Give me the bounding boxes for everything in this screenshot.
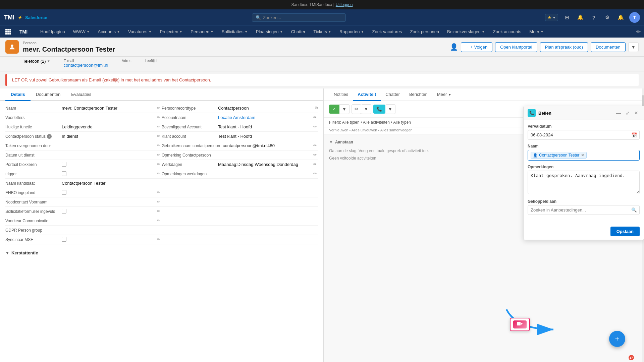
accountnaam-edit-icon[interactable]: ✏ <box>312 115 318 120</box>
persoonrecordtype-copy-icon[interactable]: ⧉ <box>315 106 318 110</box>
avatar[interactable]: T <box>629 12 640 23</box>
naam-field: Naam mevr. Contactpersoon Tester ✏ <box>5 106 162 111</box>
save-button[interactable]: Opslaan <box>610 227 640 236</box>
tab-details[interactable]: Details <box>5 88 31 101</box>
tab-meer[interactable]: Meer ▼ <box>432 88 456 101</box>
portaal-checkbox[interactable] <box>62 162 66 167</box>
vervaldatum-input[interactable] <box>528 130 640 140</box>
voorkeur-comm-edit-icon[interactable]: ✏ <box>156 218 162 223</box>
nav-meer[interactable]: Meer ▼ <box>526 27 547 36</box>
email-dropdown-button[interactable]: ▼ <box>361 104 371 114</box>
nav-zoek-vacatures[interactable]: Zoek vacatures <box>369 27 406 36</box>
tab-documenten[interactable]: Documenten <box>31 88 66 101</box>
trigger-checkbox[interactable] <box>62 171 66 176</box>
opmerkingen-werkdagen-edit-icon[interactable]: ✏ <box>312 171 318 176</box>
taken-edit-icon[interactable]: ✏ <box>156 143 162 148</box>
brand-salesforce: Salesforce <box>25 15 47 20</box>
ehbo-checkbox[interactable] <box>62 190 66 195</box>
modal-close-button[interactable]: ✕ <box>633 110 640 116</box>
header-person-icon[interactable]: 👤 <box>450 43 458 51</box>
task-dropdown-button[interactable]: ▼ <box>339 104 350 114</box>
portal-button[interactable]: Open klantportal <box>495 42 537 52</box>
modal-expand-button[interactable]: ⤢ <box>624 110 631 116</box>
datum-edit-icon[interactable]: ✏ <box>156 153 162 157</box>
call-img-button[interactable] <box>510 318 530 331</box>
tab-berichten[interactable]: Berichten <box>405 88 432 101</box>
naam-tag-input[interactable]: 👤 Contactpersoon Tester ✕ <box>528 150 640 161</box>
opmerking-edit-icon[interactable]: ✏ <box>312 153 318 157</box>
app-launcher-icon[interactable] <box>3 27 13 37</box>
plan-button[interactable]: Plan afspraak (oud) <box>540 42 588 52</box>
nav-www[interactable]: WWW ▼ <box>70 27 93 36</box>
nav-plaatsingen[interactable]: Plaatsingen ▼ <box>253 27 286 36</box>
favorites-icon[interactable]: ★ <box>547 15 552 20</box>
settings-icon[interactable]: ⚙ <box>602 13 612 22</box>
header-dropdown-button[interactable]: ▼ <box>628 42 639 52</box>
nav-tickets[interactable]: Tickets ▼ <box>310 27 335 36</box>
nav-zoek-personen[interactable]: Zoek personen <box>407 27 442 36</box>
phone-dropdown-button[interactable]: ▼ <box>385 104 395 114</box>
nav-hoofdpagina[interactable]: Hoofdpagina <box>37 27 68 36</box>
tab-activiteit[interactable]: Activiteit <box>353 88 381 101</box>
nav-vacatures[interactable]: Vacatures ▼ <box>125 27 155 36</box>
gekoppeld-aan-label: Gekoppeld aan <box>528 199 640 204</box>
naam-edit-icon[interactable]: ✏ <box>156 106 162 110</box>
bell-icon[interactable]: 🔔 <box>616 13 625 22</box>
app-bar: TMI Hoofdpagina WWW ▼ Accounts ▼ Vacatur… <box>0 25 644 38</box>
filters-text: Filters: Alle tijden • Alle activiteiten… <box>329 120 411 125</box>
docs-button[interactable]: Documenten <box>591 42 626 52</box>
calendar-icon[interactable]: 📅 <box>631 132 637 138</box>
phone-dropdown[interactable]: Telefoon (2) ▼ <box>23 59 50 64</box>
modal-minimize-button[interactable]: — <box>615 110 622 116</box>
portaal-edit-icon[interactable]: ✏ <box>156 162 162 167</box>
nav-edit-icon[interactable]: ✏ <box>636 28 641 35</box>
nav-rapporten[interactable]: Rapporten ▼ <box>336 27 368 36</box>
opmerkingen-textarea[interactable]: Klant gesproken. Aanvraag ingediend. <box>528 171 640 194</box>
nav-sollicitaties[interactable]: Sollicitaties ▼ <box>218 27 251 36</box>
status-edit-icon[interactable]: ✏ <box>156 134 162 138</box>
search-input[interactable] <box>263 15 342 20</box>
nav-accounts[interactable]: Accounts ▼ <box>95 27 123 36</box>
bovenliggend-account-edit-icon[interactable]: ✏ <box>312 124 318 129</box>
huidige-functie-edit-icon[interactable]: ✏ <box>156 124 162 129</box>
help-icon[interactable]: ? <box>589 13 598 22</box>
nav-bezoekverslagen[interactable]: Bezoekverslagen ▼ <box>444 27 488 36</box>
sync-checkbox[interactable] <box>62 237 66 242</box>
phone-button[interactable]: 📞 <box>373 105 385 114</box>
accountnaam-link[interactable]: Locatie Amsterdam <box>218 115 255 120</box>
gekoppeld-search-input[interactable] <box>528 205 640 215</box>
nav-personen[interactable]: Personen ▼ <box>187 27 217 36</box>
tab-chatter[interactable]: Chatter <box>381 88 405 101</box>
trigger-edit-icon[interactable]: ✏ <box>156 171 162 176</box>
contactpersoon-status-field: Contactpersoon status i In dienst ✏ <box>5 134 162 139</box>
gekoppeld-aan-field: Gekoppeld aan 🔍 <box>528 199 640 215</box>
nav-projecten[interactable]: Projecten ▼ <box>156 27 186 36</box>
add-icon[interactable]: ⊞ <box>562 13 572 22</box>
ehbo-edit-icon[interactable]: ✏ <box>156 190 162 195</box>
nav-chatter[interactable]: Chatter <box>288 27 309 36</box>
sync-edit-icon[interactable]: ✏ <box>156 237 162 242</box>
nav-zoek-accounts[interactable]: Zoek accounts <box>490 27 525 36</box>
navbar-icons: ★ ▼ ⊞ 🔔 ? ⚙ 🔔 T <box>545 12 640 23</box>
notifications-icon[interactable]: 🔔 <box>576 13 585 22</box>
kerstattentie-section-header[interactable]: ▼ Kerstattentie <box>0 247 323 257</box>
email-link[interactable]: contactpersoon@tmi.nl <box>64 63 108 68</box>
global-search[interactable]: 🔍 <box>252 13 346 22</box>
tag-remove-icon[interactable]: ✕ <box>581 153 584 158</box>
breadcrumb: Persoon <box>23 41 115 45</box>
email-button[interactable]: ✉ <box>352 104 361 114</box>
tab-notities[interactable]: Notities <box>329 88 353 101</box>
gekoppeld-search-button[interactable]: 🔍 <box>629 205 640 215</box>
logout-link[interactable]: Uitloggen <box>336 2 353 7</box>
favorites-arrow[interactable]: ▼ <box>552 16 556 19</box>
soll-edit-icon[interactable]: ✏ <box>156 209 162 214</box>
gebruikersnaam-edit-icon[interactable]: ✏ <box>312 143 318 148</box>
floating-add-button[interactable]: + <box>609 331 625 347</box>
werkdagen-edit-icon[interactable]: ✏ <box>312 162 318 167</box>
soll-checkbox[interactable] <box>62 209 66 214</box>
voorletters-edit-icon[interactable]: ✏ <box>156 115 162 120</box>
follow-button[interactable]: + + Volgen <box>461 42 493 52</box>
noodcontact-edit-icon[interactable]: ✏ <box>156 199 162 204</box>
new-task-button[interactable]: ✓ <box>329 105 339 114</box>
tab-evaluaties[interactable]: Evaluaties <box>66 88 97 101</box>
